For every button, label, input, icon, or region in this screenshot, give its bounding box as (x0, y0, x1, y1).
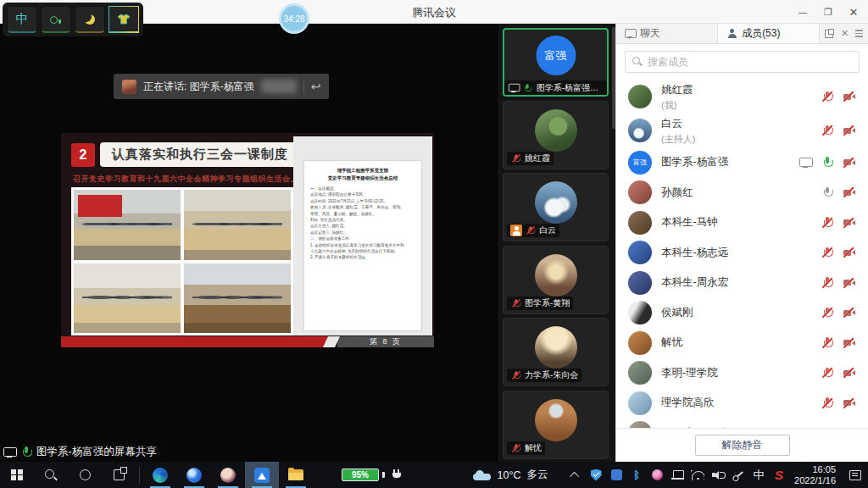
member-row[interactable]: 理学院夏小刚 (616, 419, 868, 429)
mic-off-icon (526, 225, 535, 235)
taskbar-clock[interactable]: 16:05 2022/1/16 (794, 464, 836, 486)
mic-off-icon[interactable] (821, 247, 833, 258)
member-row[interactable]: 李明-理学院 (616, 358, 868, 389)
camera-off-icon[interactable] (843, 157, 856, 169)
ime-skin-key[interactable] (108, 6, 139, 33)
member-row[interactable]: 本科生-周永宏 (616, 268, 868, 298)
start-button[interactable] (0, 462, 34, 488)
member-row[interactable]: 解忧 (616, 328, 868, 358)
tray-battery-device[interactable] (667, 462, 687, 488)
meeting-timer[interactable]: 34:28 (279, 3, 309, 34)
mic-off-icon[interactable] (821, 125, 833, 136)
meeting-photo (74, 263, 181, 334)
screen-share-icon[interactable] (799, 157, 812, 168)
meeting-photo-grid (71, 187, 293, 336)
member-row[interactable]: 理学院高欣 (616, 388, 868, 419)
tray-bluetooth[interactable] (626, 462, 647, 488)
tab-members[interactable]: 成员(53) (718, 24, 820, 43)
mic-off-icon[interactable] (821, 337, 833, 349)
tray-blue-app[interactable] (606, 462, 626, 488)
member-row[interactable]: 白云(主持人) (616, 114, 868, 147)
pink-app-icon (652, 469, 663, 480)
weather-widget[interactable]: 10°C 多云 (473, 468, 548, 482)
chat-icon (625, 29, 636, 38)
camera-off-icon[interactable] (843, 367, 856, 379)
member-row[interactable]: 姚红霞(我) (616, 80, 868, 114)
task-view-button[interactable] (102, 462, 136, 488)
mic-on-icon[interactable] (821, 157, 833, 169)
mic-off-icon[interactable] (821, 307, 833, 319)
camera-off-icon[interactable] (843, 125, 856, 136)
camera-off-icon[interactable] (843, 186, 856, 198)
member-row[interactable]: 本科生-杨志远 (616, 238, 868, 269)
tray-network[interactable] (687, 462, 708, 488)
member-sub-label: (我) (661, 100, 676, 110)
camera-off-icon[interactable] (843, 277, 856, 289)
meeting-photo (184, 263, 291, 334)
video-tile[interactable]: 图学系-黄翔 (503, 246, 609, 314)
member-row[interactable]: 孙颜红 (616, 178, 868, 208)
reply-arrow-icon[interactable] (311, 80, 321, 93)
speaker-avatar (122, 80, 136, 94)
tray-security-app[interactable] (586, 462, 606, 488)
taskbar-search-button[interactable] (34, 462, 68, 488)
mic-off-icon[interactable] (821, 277, 833, 289)
video-tile[interactable]: 解忧 (503, 391, 609, 459)
tray-ime[interactable]: 中 (748, 462, 769, 488)
video-tile[interactable]: 白云 (503, 173, 609, 241)
search-icon (632, 57, 643, 67)
avatar (628, 241, 652, 264)
mic-idle-icon[interactable] (821, 186, 833, 198)
camera-off-icon[interactable] (843, 397, 856, 409)
tile-name: 白云 (539, 225, 556, 236)
edge-browser-button[interactable] (143, 462, 177, 488)
mic-off-icon[interactable] (821, 217, 833, 229)
tray-tool[interactable] (728, 462, 748, 488)
tile-name: 姚红霞 (525, 152, 550, 164)
popout-panel-icon[interactable] (825, 29, 834, 38)
window-controls (790, 0, 866, 24)
video-tile[interactable]: 力学系-朱向会 (503, 318, 609, 386)
chat-app-button[interactable] (211, 462, 245, 488)
ime-night-mode-key[interactable] (75, 6, 105, 33)
screen-share-stage: 正在讲话: 图学系-杨富强 2 认真落实和执行三会一课制度 召开党史学习教育和十… (0, 24, 498, 462)
member-row[interactable]: 侯斌刚 (616, 298, 868, 329)
mic-off-icon[interactable] (821, 397, 833, 409)
close-panel-icon[interactable] (841, 28, 849, 40)
mic-off-icon[interactable] (821, 91, 833, 103)
camera-off-icon[interactable] (843, 91, 856, 103)
panel-tabs: 聊天 成员(53) (616, 24, 868, 44)
tray-expand-button[interactable] (565, 462, 586, 488)
camera-off-icon[interactable] (843, 247, 856, 258)
file-explorer-button[interactable] (279, 462, 313, 488)
video-tile-screen-share[interactable]: 富强 图学系-杨富强的屏幕... (503, 28, 609, 97)
camera-off-icon[interactable] (843, 217, 856, 229)
tray-sogou[interactable]: S (769, 462, 789, 488)
camera-off-icon[interactable] (843, 337, 856, 349)
wifi-icon (691, 470, 704, 480)
member-row[interactable]: 富强 图学系-杨富强 (616, 147, 868, 178)
video-tile[interactable]: 姚红霞 (503, 101, 609, 169)
close-button[interactable] (841, 0, 866, 24)
member-search[interactable] (625, 51, 860, 73)
tab-chat[interactable]: 聊天 (616, 24, 718, 43)
punctuation-icon (50, 15, 62, 24)
mic-off-icon[interactable] (821, 367, 833, 379)
ime-punctuation-key[interactable] (41, 6, 71, 33)
camera-off-icon[interactable] (843, 307, 856, 319)
member-row[interactable]: 本科生-马钟 (616, 208, 868, 238)
shirt-icon (117, 14, 131, 25)
action-center-button[interactable] (843, 462, 868, 488)
maximize-button[interactable] (815, 0, 841, 24)
panel-menu-icon[interactable] (855, 30, 863, 36)
tray-pink-app[interactable] (647, 462, 667, 488)
unmute-button[interactable]: 解除静音 (695, 435, 790, 456)
cortana-button[interactable] (68, 462, 102, 488)
tray-volume[interactable] (708, 462, 728, 488)
ime-chinese-key[interactable]: 中 (7, 6, 37, 33)
search-input[interactable] (648, 56, 852, 68)
battery-widget[interactable]: 95% (342, 469, 402, 481)
minimize-button[interactable] (790, 0, 815, 24)
tencent-meeting-button[interactable] (245, 462, 279, 488)
browser-app-button[interactable] (177, 462, 211, 488)
